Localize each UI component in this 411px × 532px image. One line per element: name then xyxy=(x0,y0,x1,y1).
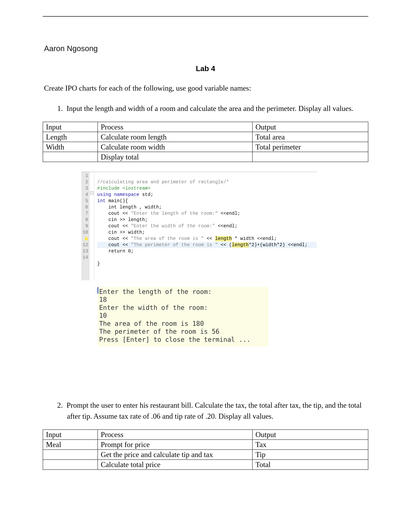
table-row: Length Calculate room length Total area xyxy=(43,132,368,142)
code-body: //calculating area and perimeter of rect… xyxy=(94,172,317,280)
console-caret-icon xyxy=(97,287,98,294)
header-process: Process xyxy=(98,122,252,132)
problem-2: 2.Prompt the user to enter his restauran… xyxy=(43,400,368,422)
table-header-row: Input Process Output xyxy=(43,122,368,132)
header-output: Output xyxy=(252,122,368,132)
problem-number: 1. xyxy=(57,103,66,114)
table-row: Width Calculate room width Total perimet… xyxy=(43,142,368,152)
fold-column: − xyxy=(89,172,94,280)
header-input: Input xyxy=(43,122,98,132)
problem-1: 1.Input the length and width of a room a… xyxy=(43,103,368,114)
lab-title: Lab 4 xyxy=(43,64,368,73)
table-row: Get the price and calculate tip and tax … xyxy=(43,450,368,460)
fold-minus-icon: − xyxy=(90,191,93,195)
header-output: Output xyxy=(252,430,368,440)
author-name: Aaron Ngosong xyxy=(44,44,368,53)
code-editor-screenshot: 1 2 3 4 5 6 7 8 9 10 12 13 14 − //calcul… xyxy=(81,172,317,280)
table-row: Calculate total price Total xyxy=(43,460,368,470)
problem-number: 2. xyxy=(57,400,66,411)
header-input: Input xyxy=(43,430,98,440)
problem-text: Prompt the user to enter his restaurant … xyxy=(66,401,362,420)
console-output: Enter the length of the room: 18 Enter t… xyxy=(97,287,268,347)
lightbulb-icon xyxy=(81,236,88,242)
ipo-table-1: Input Process Output Length Calculate ro… xyxy=(43,122,368,162)
editor-gutter: 1 2 3 4 5 6 7 8 9 10 12 13 14 xyxy=(81,172,89,280)
problem-text: Input the length and width of a room and… xyxy=(66,104,353,113)
table-header-row: Input Process Output xyxy=(43,430,368,440)
ipo-table-2: Input Process Output Meal Prompt for pri… xyxy=(43,429,368,470)
console-text: Enter the length of the room: 18 Enter t… xyxy=(97,287,268,347)
header-process: Process xyxy=(98,430,252,440)
intro-text: Create IPO charts for each of the follow… xyxy=(44,84,368,92)
top-rule xyxy=(43,16,368,17)
table-row: Meal Prompt for price Tax xyxy=(43,440,368,450)
table-row: Display total xyxy=(43,152,368,162)
